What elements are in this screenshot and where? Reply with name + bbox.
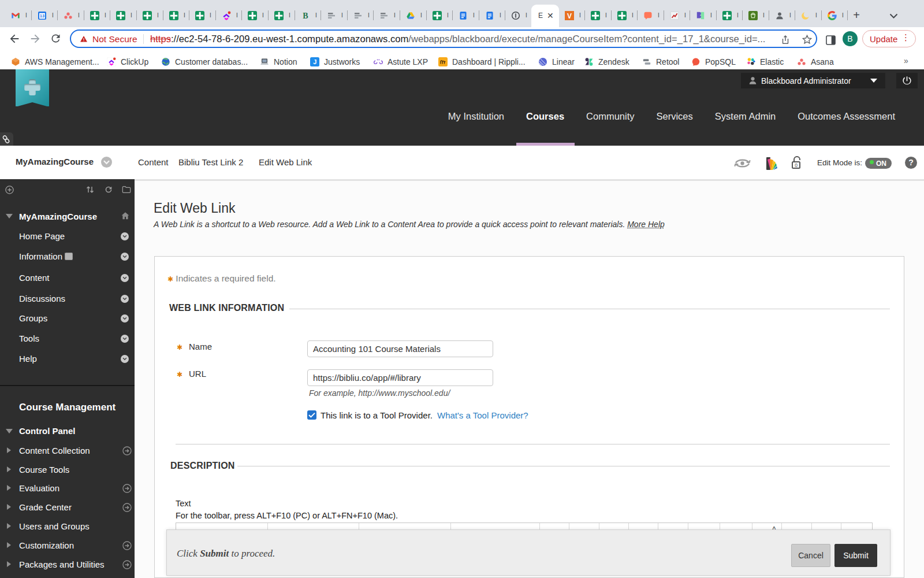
svg-text:0: 0 (795, 162, 798, 168)
svg-text:V: V (567, 12, 572, 20)
svg-text:B: B (303, 12, 308, 20)
svg-text:13: 13 (40, 13, 44, 18)
svg-text:J: J (313, 58, 316, 65)
